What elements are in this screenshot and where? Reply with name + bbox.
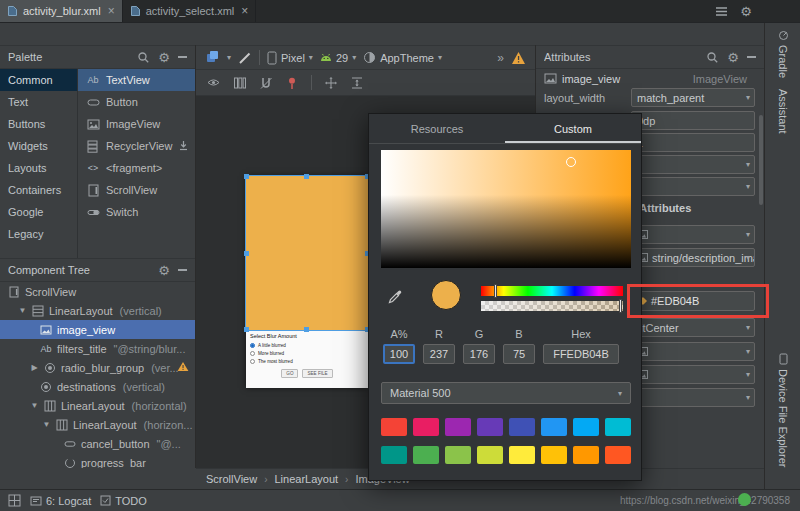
attribute-image-field[interactable]: ▾ — [631, 342, 755, 361]
attributes-scrollbar[interactable] — [759, 115, 763, 205]
tree-node-cancel-button[interactable]: cancel_button "@... — [0, 434, 195, 453]
palette-category-widgets[interactable]: Widgets — [0, 135, 77, 157]
attribute-image-field[interactable]: ▾ — [631, 365, 755, 384]
hide-panel-icon[interactable] — [178, 269, 187, 271]
expand-arrow-icon[interactable]: ▶ — [30, 363, 39, 372]
alpha-slider[interactable] — [481, 301, 623, 311]
material-swatch[interactable] — [445, 446, 471, 464]
material-swatch[interactable] — [381, 446, 407, 464]
material-swatch[interactable] — [573, 446, 599, 464]
material-swatch[interactable] — [541, 418, 567, 436]
palette-item-scrollview[interactable]: ScrollView — [78, 179, 195, 201]
collapse-arrow-icon[interactable]: ▼ — [30, 401, 39, 410]
tree-node-image-view[interactable]: image_view — [0, 320, 195, 339]
collapse-arrow-icon[interactable]: ▼ — [18, 306, 27, 315]
alpha-slider-handle[interactable] — [619, 299, 622, 313]
material-swatch[interactable] — [541, 446, 567, 464]
tool-window-switcher-icon[interactable] — [8, 494, 21, 507]
distribute-vertical-icon[interactable] — [350, 76, 364, 90]
material-swatch[interactable] — [413, 446, 439, 464]
tree-node-linearlayout-horizontal[interactable]: ▼ LinearLayout (horizontal) — [0, 396, 195, 415]
palette-item-recyclerview[interactable]: RecyclerView — [78, 135, 195, 157]
tree-node-radio-blur-group[interactable]: ▶ radio_blur_group (ver... — [0, 358, 195, 377]
material-swatch[interactable] — [573, 418, 599, 436]
device-selector[interactable]: Pixel ▾ — [267, 51, 313, 65]
palette-category-legacy[interactable]: Legacy — [0, 223, 77, 245]
api-level-selector[interactable]: 29 ▾ — [320, 52, 356, 64]
layout-width-field[interactable]: match_parent▾ — [631, 88, 755, 107]
logcat-toolwindow-button[interactable]: 6: Logcat — [30, 495, 91, 507]
hide-panel-icon[interactable] — [747, 56, 756, 58]
more-toolbar-chevrons[interactable]: » — [497, 51, 504, 65]
tab-resources[interactable]: Resources — [369, 114, 505, 143]
palette-item-imageview[interactable]: ImageView — [78, 113, 195, 135]
download-icon[interactable] — [178, 140, 189, 151]
radio-option[interactable]: The most blurred — [250, 357, 364, 365]
radio-option[interactable]: A little blurred — [250, 341, 364, 349]
tree-node-filters-title[interactable]: Ab filters_title "@string/blur... — [0, 339, 195, 358]
palette-category-layouts[interactable]: Layouts — [0, 157, 77, 179]
autoconnect-magnet-icon[interactable] — [259, 76, 273, 90]
radio-selected-icon[interactable] — [250, 343, 255, 348]
attribute-dropdown-field[interactable]: ▾ — [631, 155, 755, 174]
layout-weight-field[interactable]: 1 — [631, 133, 755, 152]
go-button-preview[interactable]: GO — [281, 369, 298, 378]
breadcrumb-linearlayout[interactable]: LinearLayout — [275, 473, 339, 485]
attribute-dropdown-field[interactable]: ▾ — [631, 177, 755, 196]
material-swatch[interactable] — [605, 446, 631, 464]
tab-list-icon[interactable] — [715, 6, 728, 17]
material-swatch[interactable] — [509, 418, 535, 436]
attribute-image-field[interactable]: ▾ — [631, 225, 755, 244]
pan-arrows-icon[interactable] — [324, 76, 338, 90]
gear-icon[interactable]: ⚙ — [727, 50, 739, 65]
tool-tab-gradle[interactable]: Gradle — [765, 30, 800, 78]
eyedropper-icon[interactable] — [387, 288, 404, 305]
palette-category-containers[interactable]: Containers — [0, 179, 77, 201]
tree-node-linearlayout-inner[interactable]: ▼ LinearLayout (horizon... — [0, 415, 195, 434]
color-selector-handle[interactable] — [566, 157, 576, 167]
saturation-brightness-area[interactable] — [381, 150, 631, 268]
search-icon[interactable] — [137, 51, 150, 64]
design-surface-icon[interactable] — [205, 50, 220, 65]
palette-item-fragment[interactable]: <> <fragment> — [78, 157, 195, 179]
attribute-dropdown-field[interactable]: ▾ — [631, 388, 755, 407]
scale-type-field[interactable]: fitCenter▾ — [631, 318, 755, 337]
palette-category-common[interactable]: Common — [0, 69, 77, 91]
palette-item-switch[interactable]: Switch — [78, 201, 195, 223]
material-swatch[interactable] — [381, 418, 407, 436]
resize-handle[interactable] — [304, 174, 309, 179]
hue-slider[interactable] — [481, 286, 623, 296]
tool-tab-device-file-explorer[interactable]: Device File Explorer — [765, 353, 800, 467]
see-file-button-preview[interactable]: SEE FILE — [302, 369, 332, 378]
radio-icon[interactable] — [250, 359, 255, 364]
collapse-arrow-icon[interactable]: ▼ — [42, 420, 51, 429]
blueprint-toggle-icon[interactable] — [238, 51, 252, 65]
resize-handle[interactable] — [244, 174, 249, 179]
hex-input[interactable] — [543, 344, 619, 364]
material-swatch[interactable] — [445, 418, 471, 436]
material-swatch[interactable] — [413, 418, 439, 436]
material-palette-select[interactable]: Material 500 ▾ — [381, 382, 631, 404]
close-tab-icon[interactable]: × — [241, 5, 248, 17]
tree-node-destinations[interactable]: destinations (vertical) — [0, 377, 195, 396]
palette-item-button[interactable]: Button — [78, 91, 195, 113]
view-options-eye-icon[interactable] — [206, 75, 221, 90]
gear-icon[interactable]: ⚙ — [158, 50, 170, 65]
breadcrumb-scrollview[interactable]: ScrollView — [206, 473, 257, 485]
material-swatch[interactable] — [477, 418, 503, 436]
editor-tab-activity-select[interactable]: activity_select.xml × — [123, 0, 257, 22]
blue-input[interactable] — [503, 344, 535, 364]
red-input[interactable] — [423, 344, 455, 364]
palette-item-textview[interactable]: Ab TextView — [78, 69, 195, 91]
layout-height-field[interactable]: 0dp — [631, 111, 755, 130]
editor-settings-gear-icon[interactable]: ⚙ — [740, 4, 752, 19]
default-margins-pin-icon[interactable] — [285, 76, 299, 90]
resize-handle[interactable] — [244, 251, 249, 256]
tree-node-scrollview[interactable]: ScrollView — [0, 282, 195, 301]
tree-node-linearlayout-vertical[interactable]: ▼ LinearLayout (vertical) — [0, 301, 195, 320]
radio-option[interactable]: More blurred — [250, 349, 364, 357]
todo-toolwindow-button[interactable]: TODO — [100, 495, 147, 507]
close-tab-icon[interactable]: × — [108, 5, 115, 17]
material-swatch[interactable] — [509, 446, 535, 464]
theme-selector[interactable]: AppTheme ▾ — [363, 51, 442, 64]
